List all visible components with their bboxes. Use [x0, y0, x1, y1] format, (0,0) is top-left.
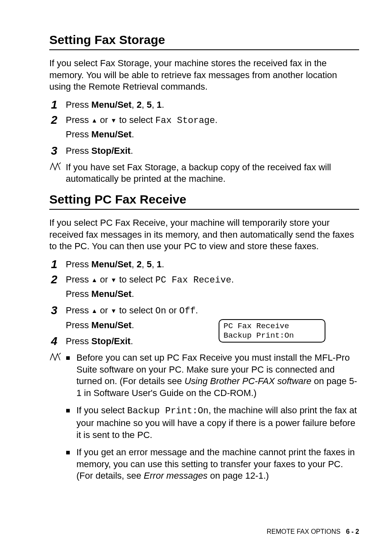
text: or: [97, 274, 111, 285]
up-arrow-icon: ▲: [91, 276, 97, 283]
text: or: [97, 305, 111, 315]
text: ,: [142, 100, 147, 110]
bullet-item: ■ If you select Backup Print:On, the mac…: [66, 405, 359, 441]
key-label: Menu/Set: [91, 259, 131, 269]
step-number: 2: [51, 114, 66, 127]
text: .: [162, 259, 164, 269]
square-bullet-icon: ■: [66, 352, 76, 362]
text: Press: [66, 129, 91, 139]
step-number: 4: [51, 335, 66, 348]
reference-title: Using Brother PC-FAX software: [184, 376, 311, 386]
step-number: 2: [51, 273, 66, 286]
intro-pc-fax-receive: If you select PC Fax Receive, your machi…: [49, 217, 359, 253]
key-label: 2: [136, 100, 141, 110]
footer-section-title: REMOTE FAX OPTIONS: [267, 528, 341, 535]
step-number: 3: [51, 145, 66, 158]
note-icon: [49, 162, 66, 173]
reference-title: Error messages: [144, 470, 208, 481]
bullet-item: ■ Before you can set up PC Fax Receive y…: [66, 352, 359, 399]
key-label: 5: [147, 259, 152, 269]
text: .: [131, 129, 134, 139]
text: .: [131, 336, 133, 346]
step-number: 3: [51, 304, 66, 317]
text: on page 12-1.): [208, 470, 269, 481]
square-bullet-icon: ■: [66, 447, 76, 457]
key-label: 5: [147, 100, 152, 110]
text: or: [166, 305, 179, 315]
bullet-item: ■ If you get an error message and the ma…: [66, 447, 359, 482]
step-text: Press Menu/Set, 2, 5, 1.: [66, 99, 359, 111]
menu-option: On: [155, 306, 166, 316]
step-1: 1 Press Menu/Set, 2, 5, 1.: [51, 258, 359, 271]
step-text: Press ▲ or ▼ to select PC Fax Receive. P…: [66, 273, 359, 302]
text: .: [131, 146, 133, 156]
display-line-1: PC Fax Receive: [224, 322, 289, 331]
text: .: [196, 305, 198, 315]
text: Press: [66, 336, 91, 346]
step-text: Press ▲ or ▼ to select Fax Storage. Pres…: [66, 114, 359, 142]
menu-option: Off: [179, 306, 196, 316]
text: ,: [131, 259, 136, 269]
key-label: Menu/Set: [91, 129, 131, 139]
square-bullet-icon: ■: [66, 405, 76, 415]
text: Press: [66, 289, 91, 299]
text: .: [131, 320, 134, 330]
down-arrow-icon: ▼: [111, 307, 117, 314]
heading-fax-storage: Setting Fax Storage: [49, 33, 359, 50]
key-label: 1: [157, 100, 161, 110]
heading-pc-fax-receive: Setting PC Fax Receive: [49, 192, 359, 210]
key-label: 2: [136, 259, 141, 269]
bullet-text: Before you can set up PC Fax Receive you…: [76, 352, 359, 399]
steps-fax-storage: 1 Press Menu/Set, 2, 5, 1. 2 Press ▲ or …: [51, 99, 359, 158]
lcd-display: PC Fax Receive Backup Print:On: [219, 319, 325, 343]
text: Press: [66, 305, 91, 315]
text: ,: [152, 100, 157, 110]
up-arrow-icon: ▲: [91, 117, 97, 124]
step-number: 1: [51, 258, 66, 271]
key-label: Stop/Exit: [91, 336, 130, 346]
key-label: Stop/Exit: [91, 146, 130, 156]
intro-fax-storage: If you select Fax Storage, your machine …: [49, 58, 359, 93]
step-number: 1: [51, 99, 66, 111]
text: or: [97, 115, 111, 125]
text: to select: [117, 274, 155, 285]
text: ,: [142, 259, 147, 269]
up-arrow-icon: ▲: [91, 307, 97, 314]
note-text: If you have set Fax Storage, a backup co…: [66, 162, 359, 185]
menu-option: Backup Print:On: [127, 406, 209, 416]
page-number: 6 - 2: [346, 528, 359, 535]
steps-pc-fax-receive: 1 Press Menu/Set, 2, 5, 1. 2 Press ▲ or …: [51, 258, 359, 348]
bullet-text: If you select Backup Print:On, the machi…: [76, 405, 359, 441]
bullet-text: If you get an error message and the mach…: [76, 447, 359, 482]
key-label: Menu/Set: [91, 289, 131, 299]
step-3: 3 Press Stop/Exit.: [51, 145, 359, 158]
bullet-list: ■ Before you can set up PC Fax Receive y…: [66, 352, 359, 488]
step-text: Press Menu/Set, 2, 5, 1.: [66, 258, 359, 271]
key-label: Menu/Set: [91, 100, 131, 110]
text: .: [231, 274, 234, 285]
step-text: Press Stop/Exit.: [66, 145, 359, 157]
text: Press: [66, 259, 91, 269]
text: .: [131, 289, 134, 299]
document-page: Setting Fax Storage If you select Fax St…: [0, 0, 392, 556]
text: Press: [66, 146, 91, 156]
down-arrow-icon: ▼: [111, 117, 117, 124]
text: Press: [66, 115, 91, 125]
text: If you select: [76, 405, 127, 415]
key-label: Menu/Set: [91, 320, 131, 330]
note-fax-storage: If you have set Fax Storage, a backup co…: [49, 162, 359, 185]
step-text: Press ▲ or ▼ to select On or Off. Press …: [66, 304, 222, 333]
text: Press: [66, 320, 91, 330]
step-1: 1 Press Menu/Set, 2, 5, 1.: [51, 99, 359, 111]
text: .: [215, 115, 217, 125]
text: to select: [117, 115, 155, 125]
menu-option: PC Fax Receive: [155, 275, 231, 285]
text: Press: [66, 100, 91, 110]
note-icon: [49, 352, 66, 364]
down-arrow-icon: ▼: [111, 276, 117, 283]
display-line-2: Backup Print:On: [224, 331, 294, 340]
text: ,: [131, 100, 136, 110]
step-2: 2 Press ▲ or ▼ to select PC Fax Receive.…: [51, 273, 359, 302]
key-label: 1: [157, 259, 161, 269]
menu-option: Fax Storage: [155, 116, 215, 126]
